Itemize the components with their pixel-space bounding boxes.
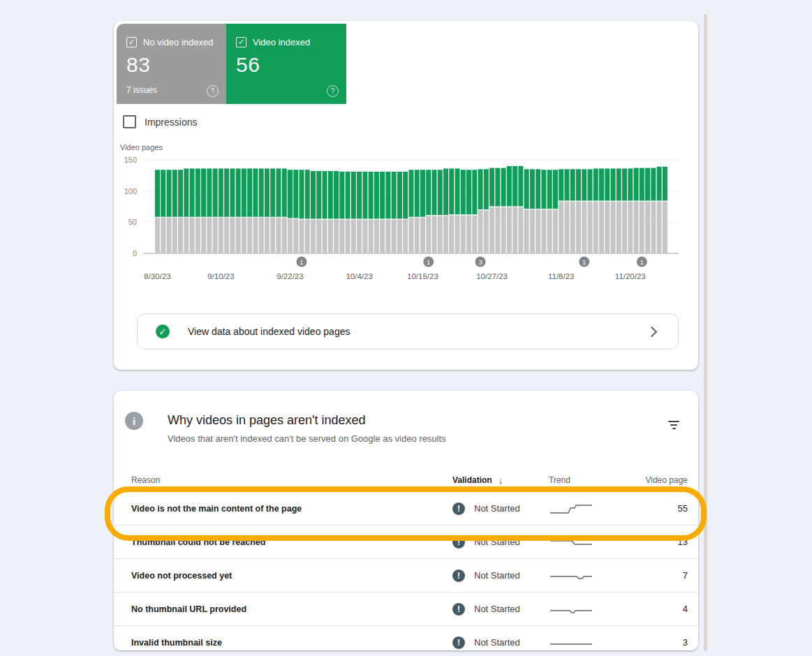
bar-segment-no-video[interactable] xyxy=(495,207,500,253)
bar-segment-no-video[interactable] xyxy=(408,218,413,253)
bar-segment-video[interactable] xyxy=(478,169,483,209)
bar-segment-video[interactable] xyxy=(392,172,397,218)
bar-segment-video[interactable] xyxy=(657,167,662,201)
bar-segment-no-video[interactable] xyxy=(362,220,367,253)
bar-segment-video[interactable] xyxy=(282,169,287,217)
bar-segment-video[interactable] xyxy=(167,170,172,216)
bar-segment-video[interactable] xyxy=(242,169,246,217)
table-row[interactable]: No thumbnail URL provided!Not Started4 xyxy=(114,592,698,626)
bar-segment-no-video[interactable] xyxy=(339,220,344,253)
bar-segment-no-video[interactable] xyxy=(259,218,264,253)
bar-segment-no-video[interactable] xyxy=(167,218,172,253)
bar-segment-video[interactable] xyxy=(259,169,264,217)
column-header-video-page[interactable]: Video page xyxy=(640,475,688,485)
bar-segment-no-video[interactable] xyxy=(305,220,310,253)
bar-segment-video[interactable] xyxy=(184,169,189,217)
bar-segment-no-video[interactable] xyxy=(247,218,252,253)
bar-segment-no-video[interactable] xyxy=(559,202,563,253)
bar-segment-no-video[interactable] xyxy=(501,207,506,253)
bar-segment-no-video[interactable] xyxy=(415,218,420,253)
bar-segment-no-video[interactable] xyxy=(472,216,477,253)
impressions-checkbox[interactable] xyxy=(123,115,136,128)
bar-segment-video[interactable] xyxy=(270,169,275,217)
bar-segment-no-video[interactable] xyxy=(311,220,316,253)
bar-segment-video[interactable] xyxy=(288,170,293,218)
bar-segment-no-video[interactable] xyxy=(201,218,206,253)
bar-segment-video[interactable] xyxy=(518,166,523,207)
bar-segment-video[interactable] xyxy=(663,167,667,201)
filter-icon[interactable] xyxy=(667,421,680,429)
bar-segment-video[interactable] xyxy=(380,172,385,218)
bar-segment-video[interactable] xyxy=(541,170,546,209)
bar-segment-no-video[interactable] xyxy=(403,220,408,253)
bar-segment-no-video[interactable] xyxy=(323,220,327,253)
bar-segment-no-video[interactable] xyxy=(582,202,586,253)
bar-segment-video[interactable] xyxy=(397,172,402,218)
bar-segment-video[interactable] xyxy=(559,169,563,200)
bar-segment-video[interactable] xyxy=(484,169,489,209)
bar-segment-video[interactable] xyxy=(651,168,656,201)
view-data-button[interactable]: ✓ View data about indexed video pages xyxy=(137,313,679,350)
bar-segment-no-video[interactable] xyxy=(397,220,402,253)
bar-segment-video[interactable] xyxy=(334,171,339,218)
bar-segment-video[interactable] xyxy=(443,169,448,216)
bar-segment-no-video[interactable] xyxy=(380,220,385,253)
bar-segment-no-video[interactable] xyxy=(288,219,293,253)
bar-segment-no-video[interactable] xyxy=(282,218,287,253)
bar-segment-no-video[interactable] xyxy=(605,202,610,253)
bar-segment-no-video[interactable] xyxy=(293,219,298,253)
bar-segment-video[interactable] xyxy=(466,170,471,214)
bar-segment-no-video[interactable] xyxy=(449,216,454,253)
bar-segment-video[interactable] xyxy=(431,170,436,215)
bar-segment-video[interactable] xyxy=(207,169,212,217)
bar-segment-no-video[interactable] xyxy=(588,202,593,253)
table-row[interactable]: Invalid thumbnail size!Not Started3 xyxy=(114,626,698,650)
bar-segment-video[interactable] xyxy=(628,169,633,201)
bar-segment-video[interactable] xyxy=(617,169,621,201)
bar-segment-video[interactable] xyxy=(385,172,390,218)
bar-segment-no-video[interactable] xyxy=(172,218,177,253)
video-indexed-checkbox[interactable]: ✓ xyxy=(236,37,246,47)
bar-segment-no-video[interactable] xyxy=(512,207,517,253)
table-row[interactable]: Video is not the main content of the pag… xyxy=(114,492,698,525)
bar-segment-video[interactable] xyxy=(351,172,356,218)
bar-segment-video[interactable] xyxy=(374,172,379,218)
column-header-trend[interactable]: Trend xyxy=(549,475,640,485)
bar-segment-video[interactable] xyxy=(415,170,420,216)
bar-segment-no-video[interactable] xyxy=(346,220,350,253)
bar-segment-video[interactable] xyxy=(426,170,431,215)
bar-segment-no-video[interactable] xyxy=(617,202,621,253)
bar-segment-video[interactable] xyxy=(593,169,598,201)
bar-segment-video[interactable] xyxy=(645,168,650,201)
bar-segment-video[interactable] xyxy=(564,169,569,200)
bar-segment-video[interactable] xyxy=(553,170,558,209)
bar-segment-video[interactable] xyxy=(339,172,344,218)
bar-segment-no-video[interactable] xyxy=(478,210,483,253)
bar-segment-video[interactable] xyxy=(346,172,350,218)
bar-segment-video[interactable] xyxy=(276,169,281,217)
bar-segment-no-video[interactable] xyxy=(438,216,443,253)
bar-segment-video[interactable] xyxy=(495,168,500,207)
bar-segment-video[interactable] xyxy=(634,168,639,201)
bar-segment-video[interactable] xyxy=(622,169,627,201)
bar-segment-video[interactable] xyxy=(265,169,270,217)
bar-segment-no-video[interactable] xyxy=(431,216,436,253)
bar-segment-video[interactable] xyxy=(570,169,575,200)
bar-segment-video[interactable] xyxy=(305,170,310,218)
bar-segment-video[interactable] xyxy=(507,166,512,207)
bar-segment-no-video[interactable] xyxy=(253,218,258,253)
bar-segment-no-video[interactable] xyxy=(530,209,535,253)
bar-segment-no-video[interactable] xyxy=(489,207,494,253)
bar-segment-video[interactable] xyxy=(611,169,616,201)
bar-segment-video[interactable] xyxy=(512,166,517,207)
bar-segment-no-video[interactable] xyxy=(161,218,165,253)
bar-segment-no-video[interactable] xyxy=(524,209,529,253)
bar-segment-video[interactable] xyxy=(316,171,321,218)
bar-segment-video[interactable] xyxy=(438,170,443,215)
scrollbar[interactable] xyxy=(704,14,707,651)
bar-segment-no-video[interactable] xyxy=(645,202,650,253)
bar-segment-video[interactable] xyxy=(408,170,413,216)
bar-segment-video[interactable] xyxy=(253,169,258,217)
bar-segment-no-video[interactable] xyxy=(640,202,644,253)
bar-segment-video[interactable] xyxy=(213,169,218,217)
